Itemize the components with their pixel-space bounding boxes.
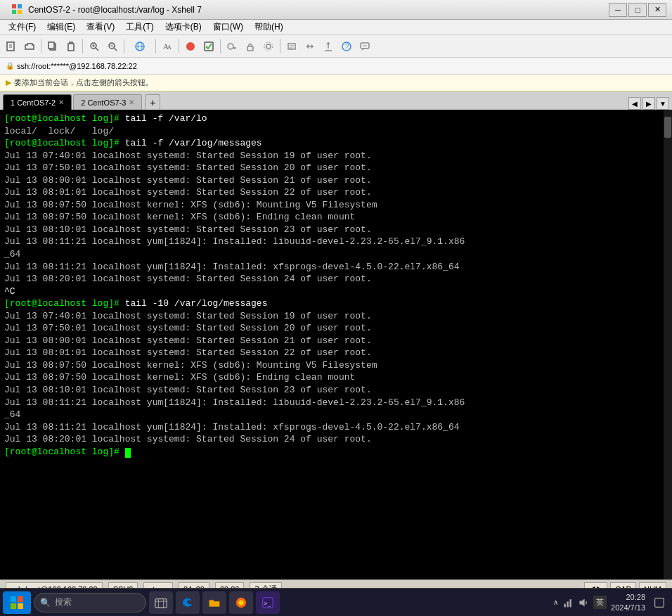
tb-separator-3 bbox=[124, 39, 124, 53]
tab-menu-button[interactable]: ▼ bbox=[657, 97, 669, 110]
taskbar-edge[interactable] bbox=[176, 591, 200, 614]
tb-copy[interactable] bbox=[44, 38, 61, 55]
tab-1-label: 1 CentOS7-2 bbox=[11, 98, 56, 107]
tb-chat[interactable] bbox=[356, 38, 373, 55]
close-button[interactable]: ✕ bbox=[648, 3, 666, 17]
tb-globe[interactable] bbox=[127, 38, 153, 55]
maximize-button[interactable]: □ bbox=[628, 3, 647, 17]
scrollbar-thumb[interactable] bbox=[664, 117, 671, 138]
tab-centos7-3[interactable]: 2 CentOS7-3 ✕ bbox=[73, 94, 142, 110]
svg-rect-9 bbox=[68, 44, 74, 51]
address-text: ssh://root:******@192.168.78.22:22 bbox=[17, 62, 137, 70]
terminal[interactable]: [root@localhost log]# tail -f /var/loloc… bbox=[0, 110, 664, 579]
tb-settings[interactable] bbox=[260, 38, 277, 55]
svg-rect-1 bbox=[18, 4, 22, 8]
taskbar-search[interactable]: 🔍 搜索 bbox=[34, 593, 146, 612]
svg-line-15 bbox=[114, 48, 117, 51]
svg-rect-57 bbox=[567, 601, 568, 607]
taskbar-firefox[interactable] bbox=[229, 591, 253, 614]
tb-script[interactable] bbox=[283, 38, 300, 55]
tb-checkbox[interactable] bbox=[200, 38, 217, 55]
terminal-line: [root@localhost log]# tail -f /var/log/m… bbox=[4, 137, 659, 150]
tb-font[interactable]: AA bbox=[159, 38, 176, 55]
menu-window[interactable]: 窗口(W) bbox=[207, 20, 249, 34]
clock-date: 2024/7/13 bbox=[611, 603, 645, 612]
tb-separator-4 bbox=[155, 39, 156, 53]
terminal-line: Jul 13 08:11:21 localhost yum[11824]: In… bbox=[4, 421, 659, 434]
taskbar-chevron[interactable]: ∧ bbox=[553, 598, 558, 606]
terminal-line: Jul 13 08:00:01 localhost systemd: Start… bbox=[4, 174, 659, 187]
tb-zoom-in[interactable] bbox=[86, 38, 103, 55]
menu-file[interactable]: 文件(F) bbox=[3, 20, 41, 34]
menu-tools[interactable]: 工具(T) bbox=[120, 20, 159, 34]
network-icon bbox=[562, 597, 574, 608]
toolbar: AA ? bbox=[0, 35, 672, 58]
minimize-button[interactable]: ─ bbox=[609, 3, 627, 17]
address-icon: 🔒 bbox=[6, 62, 14, 70]
volume-icon bbox=[578, 597, 589, 608]
lang-indicator[interactable]: 英 bbox=[593, 596, 607, 609]
terminal-line: Jul 13 07:50:01 localhost systemd: Start… bbox=[4, 162, 659, 174]
svg-point-22 bbox=[186, 42, 195, 51]
notification-center[interactable] bbox=[650, 593, 669, 612]
tab-next-button[interactable]: ▶ bbox=[642, 97, 655, 110]
terminal-line: Jul 13 07:50:01 localhost systemd: Start… bbox=[4, 322, 659, 335]
svg-point-24 bbox=[228, 44, 233, 49]
tab-add-button[interactable]: + bbox=[145, 94, 160, 110]
terminal-line: [root@localhost log]# tail -10 /var/log/… bbox=[4, 297, 659, 310]
tb-help[interactable]: ? bbox=[338, 38, 355, 55]
tab-centos7-2[interactable]: 1 CentOS7-2 ✕ bbox=[3, 94, 72, 110]
svg-rect-27 bbox=[247, 46, 253, 51]
notif-text: 要添加当前会话，点击左侧的箭头按钮。 bbox=[14, 77, 153, 88]
address-bar: 🔒 ssh://root:******@192.168.78.22:22 bbox=[0, 58, 672, 75]
search-text: 搜索 bbox=[55, 596, 72, 608]
window-title: CentOS7-2 - root@localhost:/var/log - Xs… bbox=[28, 5, 607, 15]
start-button[interactable] bbox=[3, 591, 31, 614]
tb-paste[interactable] bbox=[63, 38, 79, 55]
taskbar-task-manager[interactable] bbox=[149, 591, 173, 614]
terminal-line: Jul 13 08:20:01 localhost systemd: Start… bbox=[4, 273, 659, 285]
tb-separator-2 bbox=[82, 39, 83, 53]
app-icon bbox=[6, 0, 28, 20]
tb-transfer[interactable] bbox=[302, 38, 318, 55]
tb-open[interactable] bbox=[21, 38, 38, 55]
svg-rect-2 bbox=[12, 10, 16, 14]
terminal-line: Jul 13 08:20:01 localhost systemd: Start… bbox=[4, 433, 659, 446]
svg-rect-60 bbox=[655, 598, 664, 607]
svg-text:>_: >_ bbox=[264, 599, 271, 606]
menu-view[interactable]: 查看(V) bbox=[81, 20, 120, 34]
taskbar-xshell[interactable]: >_ bbox=[256, 591, 280, 614]
menu-bar: 文件(F) 编辑(E) 查看(V) 工具(T) 选项卡(B) 窗口(W) 帮助(… bbox=[0, 20, 672, 35]
svg-rect-8 bbox=[49, 42, 54, 49]
svg-marker-34 bbox=[311, 44, 314, 49]
taskbar-right: ∧ 英 20:28 2024/7/13 bbox=[553, 592, 669, 612]
taskbar: 🔍 搜索 >_ ∧ bbox=[0, 588, 672, 616]
svg-text:A: A bbox=[167, 44, 172, 51]
taskbar-clock[interactable]: 20:28 2024/7/13 bbox=[611, 592, 645, 612]
search-icon: 🔍 bbox=[40, 598, 51, 608]
tb-separator-7 bbox=[280, 39, 280, 53]
tb-new-session[interactable] bbox=[3, 38, 20, 55]
svg-text:?: ? bbox=[345, 43, 349, 51]
tb-zoom-out[interactable] bbox=[104, 38, 121, 55]
scrollbar-vertical[interactable] bbox=[664, 110, 672, 579]
tb-red-circle[interactable] bbox=[182, 38, 199, 55]
taskbar-explorer[interactable] bbox=[202, 591, 226, 614]
notif-icon: ▶ bbox=[6, 78, 11, 87]
cursor bbox=[125, 448, 131, 458]
tb-upload[interactable] bbox=[320, 38, 337, 55]
svg-rect-45 bbox=[18, 596, 23, 602]
tb-key[interactable] bbox=[224, 38, 240, 55]
menu-tabs[interactable]: 选项卡(B) bbox=[160, 20, 207, 34]
tab-1-close[interactable]: ✕ bbox=[58, 98, 64, 106]
terminal-line: Jul 13 08:10:01 localhost systemd: Start… bbox=[4, 224, 659, 236]
tab-prev-button[interactable]: ◀ bbox=[628, 97, 641, 110]
terminal-line: Jul 13 07:40:01 localhost systemd: Start… bbox=[4, 310, 659, 323]
terminal-line: Jul 13 08:07:50 localhost kernel: XFS (s… bbox=[4, 371, 659, 384]
svg-point-29 bbox=[264, 42, 273, 51]
svg-point-28 bbox=[266, 44, 271, 49]
menu-help[interactable]: 帮助(H) bbox=[249, 20, 289, 34]
tab-2-close[interactable]: ✕ bbox=[129, 98, 134, 106]
menu-edit[interactable]: 编辑(E) bbox=[41, 20, 81, 34]
tb-lock[interactable] bbox=[242, 38, 259, 55]
